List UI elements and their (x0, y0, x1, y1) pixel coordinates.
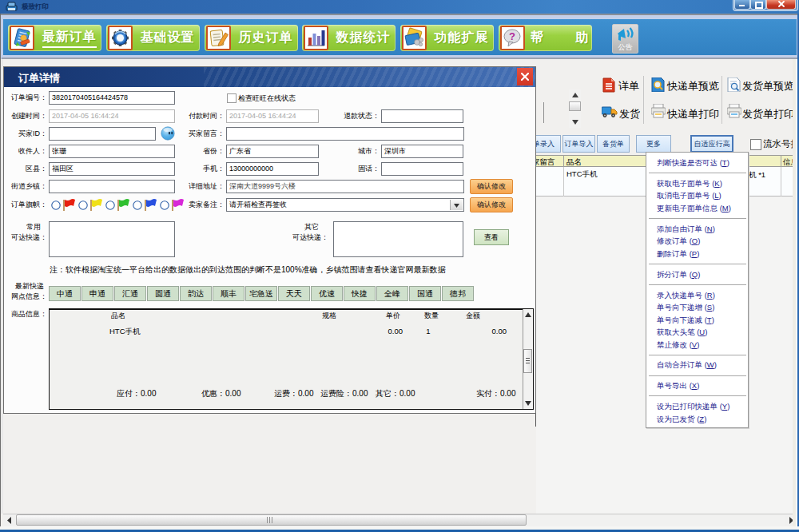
svg-text:?: ? (509, 30, 515, 42)
